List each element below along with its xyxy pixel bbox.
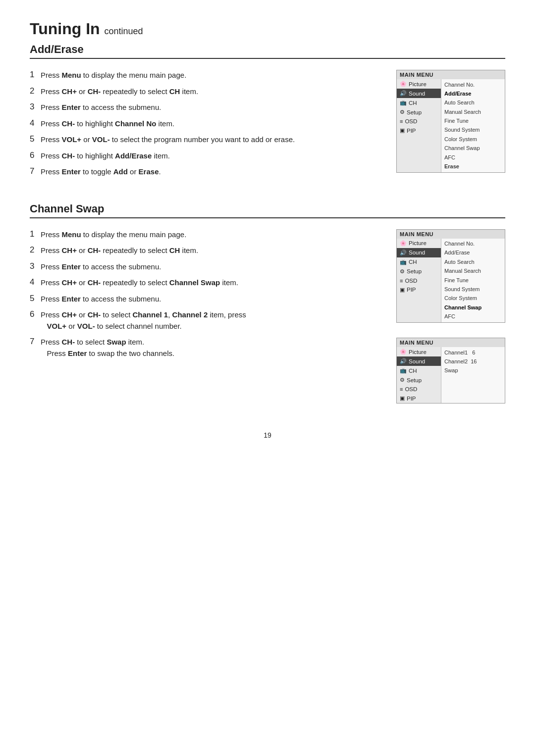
cs-right-swap: Swap <box>444 366 502 375</box>
menu-item-pip: ▣ PIP <box>397 126 441 135</box>
step-1: 1 Press Menu to display the menu main pa… <box>30 70 381 81</box>
cs-step-6: 6 Press CH+ or CH- to select Channel 1, … <box>30 309 381 332</box>
menu-body-1: 🌸 Picture 🔊 Sound 📺 CH ⚙ <box>397 79 505 172</box>
cs-menu-item-sound-1: 🔊 Sound <box>397 248 441 257</box>
cs-right-channel-swap-1: Channel Swap <box>444 303 502 312</box>
cs-menu-body-2: 🌸 Picture 🔊 Sound 📺 CH ⚙ <box>397 347 505 403</box>
cs-right-channel-no-1: Channel No. <box>444 240 502 249</box>
cs-right-auto-search-1: Auto Search <box>444 257 502 266</box>
cs-right-channel1: Channel1 6 <box>444 348 502 357</box>
cs-menu-item-osd-2: ≡ OSD <box>397 385 441 394</box>
cs-menu-item-pip-1: ▣ PIP <box>397 285 441 295</box>
cs-step-1: 1 Press Menu to display the menu main pa… <box>30 229 381 241</box>
right-afc: AFC <box>444 153 502 162</box>
cs-right-afc-1: AFC <box>444 312 502 321</box>
menu-item-picture: 🌸 Picture <box>397 79 441 89</box>
right-channel-no: Channel No. <box>444 80 502 89</box>
step-4: 4 Press CH- to highlight Channel No item… <box>30 118 381 130</box>
channel-swap-menu-container: MAIN MENU 🌸 Picture 🔊 Sound 📺 <box>396 229 505 412</box>
pip-icon-cs1: ▣ <box>400 287 405 293</box>
pip-icon: ▣ <box>400 127 405 134</box>
channel-swap-title: Channel Swap <box>30 202 505 218</box>
step-3: 3 Press Enter to access the submenu. <box>30 102 381 113</box>
cs-menu-item-ch-1: 📺 CH <box>397 257 441 267</box>
osd-icon-cs1: ≡ <box>400 278 403 284</box>
step-5: 5 Press VOL+ or VOL- to select the progr… <box>30 134 381 146</box>
menu-right-1: Channel No. Add/Erase Auto Search Manual… <box>441 79 505 172</box>
cs-menu-item-osd-1: ≡ OSD <box>397 276 441 285</box>
channel-swap-tv-menu-1: MAIN MENU 🌸 Picture 🔊 Sound 📺 <box>396 229 505 323</box>
cs-menu-header-1: MAIN MENU <box>397 230 505 239</box>
right-sound-system: Sound System <box>444 126 502 135</box>
menu-header-1: MAIN MENU <box>397 70 505 79</box>
add-erase-title: Add/Erase <box>30 43 505 59</box>
cs-menu-item-sound-2: 🔊 Sound <box>397 356 441 366</box>
cs-step-5: 5 Press Enter to access the submenu. <box>30 294 381 305</box>
cs-menu-item-setup-2: ⚙ Setup <box>397 375 441 385</box>
cs-menu-item-setup-1: ⚙ Setup <box>397 267 441 276</box>
right-color-system: Color System <box>444 135 502 144</box>
cs-step-2: 2 Press CH+ or CH- repeatedly to select … <box>30 245 381 256</box>
ch-icon: 📺 <box>400 100 407 106</box>
cs-right-fine-tune-1: Fine Tune <box>444 276 502 285</box>
sound-icon: 🔊 <box>400 90 407 97</box>
cs-right-color-system-1: Color System <box>444 294 502 303</box>
cs-menu-right-2: Channel1 6 Channel2 16 Swap <box>441 347 505 403</box>
right-add-erase: Add/Erase <box>444 89 502 98</box>
channel-swap-content: 1 Press Menu to display the menu main pa… <box>30 229 505 412</box>
page-title: Tuning In continued <box>30 20 505 38</box>
osd-icon-cs2: ≡ <box>400 386 403 392</box>
picture-icon: 🌸 <box>400 81 407 87</box>
ch-icon-cs2: 📺 <box>400 367 407 374</box>
setup-icon: ⚙ <box>400 109 405 115</box>
channel-swap-section: Channel Swap 1 Press Menu to display the… <box>30 202 505 412</box>
menu-item-sound: 🔊 Sound <box>397 89 441 98</box>
pip-icon-cs2: ▣ <box>400 395 405 402</box>
ch-icon-cs1: 📺 <box>400 259 407 265</box>
page-number: 19 <box>30 431 505 439</box>
right-manual-search: Manual Search <box>444 107 502 116</box>
picture-icon-cs2: 🌸 <box>400 349 407 355</box>
cs-menu-right-1: Channel No. Add/Erase Auto Search Manual… <box>441 239 505 323</box>
right-erase: Erase <box>444 162 502 171</box>
setup-icon-cs1: ⚙ <box>400 268 405 275</box>
right-fine-tune: Fine Tune <box>444 117 502 126</box>
sound-icon-cs1: 🔊 <box>400 250 407 256</box>
step-6: 6 Press CH- to highlight Add/Erase item. <box>30 151 381 162</box>
add-erase-steps: 1 Press Menu to display the menu main pa… <box>30 70 381 183</box>
cs-menu-header-2: MAIN MENU <box>397 338 505 347</box>
sound-icon-cs2: 🔊 <box>400 358 407 364</box>
cs-menu-left-2: 🌸 Picture 🔊 Sound 📺 CH ⚙ <box>397 347 441 403</box>
step-2: 2 Press CH+ or CH- repeatedly to select … <box>30 86 381 98</box>
add-erase-section: Add/Erase 1 Press Menu to display the me… <box>30 43 505 183</box>
cs-menu-item-pip-2: ▣ PIP <box>397 394 441 403</box>
menu-item-setup: ⚙ Setup <box>397 107 441 117</box>
cs-right-sound-system-1: Sound System <box>444 285 502 294</box>
right-auto-search: Auto Search <box>444 99 502 107</box>
add-erase-menu-container: MAIN MENU 🌸 Picture 🔊 Sound 📺 <box>396 70 505 181</box>
add-erase-tv-menu: MAIN MENU 🌸 Picture 🔊 Sound 📺 <box>396 70 505 173</box>
add-erase-content: 1 Press Menu to display the menu main pa… <box>30 70 505 183</box>
setup-icon-cs2: ⚙ <box>400 377 405 383</box>
picture-icon-cs1: 🌸 <box>400 240 407 247</box>
cs-menu-item-picture-1: 🌸 Picture <box>397 239 441 248</box>
cs-menu-left-1: 🌸 Picture 🔊 Sound 📺 CH ⚙ <box>397 239 441 323</box>
cs-menu-body-1: 🌸 Picture 🔊 Sound 📺 CH ⚙ <box>397 239 505 323</box>
right-channel-swap: Channel Swap <box>444 144 502 153</box>
cs-right-manual-search-1: Manual Search <box>444 267 502 276</box>
cs-step-4: 4 Press CH+ or CH- repeatedly to select … <box>30 277 381 289</box>
cs-right-channel2: Channel2 16 <box>444 357 502 366</box>
channel-swap-steps: 1 Press Menu to display the menu main pa… <box>30 229 381 364</box>
cs-step-3: 3 Press Enter to access the submenu. <box>30 261 381 273</box>
osd-icon: ≡ <box>400 118 403 124</box>
menu-left-1: 🌸 Picture 🔊 Sound 📺 CH ⚙ <box>397 79 441 172</box>
cs-step-7: 7 Press CH- to select Swap item. Press E… <box>30 337 381 359</box>
cs-right-add-erase-1: Add/Erase <box>444 249 502 257</box>
cs-menu-item-ch-2: 📺 CH <box>397 366 441 375</box>
cs-menu-item-picture-2: 🌸 Picture <box>397 347 441 356</box>
channel-swap-tv-menu-2: MAIN MENU 🌸 Picture 🔊 Sound 📺 <box>396 338 505 403</box>
menu-item-osd: ≡ OSD <box>397 117 441 126</box>
step-7: 7 Press Enter to toggle Add or Erase. <box>30 166 381 178</box>
menu-item-ch: 📺 CH <box>397 98 441 107</box>
